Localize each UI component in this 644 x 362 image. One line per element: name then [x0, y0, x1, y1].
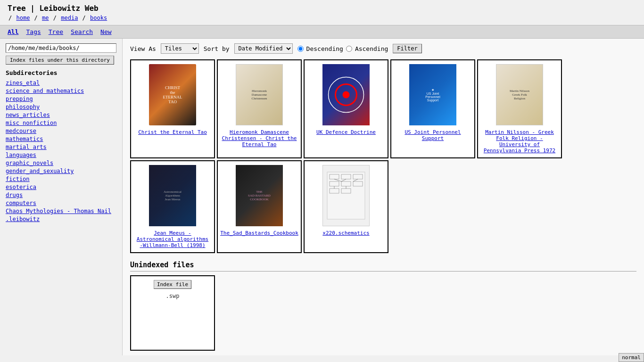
subdir-mathematics[interactable]: mathematics: [6, 136, 43, 142]
sidebar: Index files under this directory Subdire…: [0, 39, 123, 355]
breadcrumb-home[interactable]: home: [16, 15, 30, 21]
list-item: drugs: [6, 191, 116, 198]
subdir-misc[interactable]: misc nonfiction: [6, 120, 57, 126]
descending-label: Descending: [306, 45, 343, 52]
page-title: Tree | Leibowitz Web: [8, 4, 636, 13]
index-file-button[interactable]: Index file: [154, 280, 191, 289]
list-item: prepping: [6, 95, 116, 102]
unindexed-tile: Index file .swp: [130, 275, 215, 351]
breadcrumb-books[interactable]: books: [90, 15, 107, 21]
list-item: languages: [6, 151, 116, 158]
status-bar: normal: [619, 353, 644, 355]
nav-new[interactable]: New: [100, 28, 111, 35]
tile-image: HieromonkDamasceneChristensen: [236, 64, 283, 125]
tile-image: ★US JointPersonnelSupport: [409, 64, 456, 125]
schematic-diagram: [325, 167, 367, 224]
layout: Index files under this directory Subdire…: [0, 39, 644, 355]
ascending-radio[interactable]: [346, 46, 352, 52]
view-as-label: View As: [130, 45, 156, 52]
subdir-leibowitz[interactable]: .leibowitz: [6, 216, 40, 222]
tile-image: [322, 165, 370, 226]
subdir-drugs[interactable]: drugs: [6, 192, 23, 198]
list-item: graphic_novels: [6, 159, 116, 166]
unindexed-heading: Unindexed files: [130, 261, 636, 272]
nav-all[interactable]: All: [8, 28, 18, 35]
nav-search[interactable]: Search: [71, 28, 93, 35]
tile: THESAD BASTARDCOOKBOOK The_Sad_Bastards_…: [217, 160, 302, 253]
sort-order-group: Descending Ascending: [297, 45, 388, 52]
tiles-grid: CHRISTtheETERNALTAO Christ the Eternal T…: [130, 59, 636, 253]
subdir-martial[interactable]: martial arts: [6, 144, 47, 150]
subdir-esoterica[interactable]: esoterica: [6, 184, 36, 190]
status-mode: normal: [622, 354, 641, 355]
view-as-select[interactable]: Tiles List Details: [161, 43, 199, 54]
uk-defence-icon: [325, 66, 367, 123]
list-item: esoterica: [6, 183, 116, 190]
subdir-zines[interactable]: zines_etal: [6, 80, 40, 86]
tile: HieromonkDamasceneChristensen Hieromonk …: [217, 59, 302, 158]
tile-link[interactable]: US Joint Personnel Support: [395, 129, 471, 141]
tile-link[interactable]: UK Defence Doctrine: [316, 129, 376, 135]
tile-image: [322, 64, 370, 125]
filter-button[interactable]: Filter: [393, 44, 421, 53]
tile-link[interactable]: Martin Nilsson - Greek Folk Religion - U…: [482, 129, 557, 154]
sort-by-label: Sort by: [204, 45, 230, 52]
sort-select[interactable]: Date Modified Name Size Type: [234, 43, 293, 54]
list-item: .leibowitz: [6, 215, 116, 222]
subdir-languages[interactable]: languages: [6, 152, 36, 158]
list-item: zines_etal: [6, 79, 116, 86]
list-item: gender_and_sexuality: [6, 167, 116, 174]
tile: Martin NilssonGreek FolkReligion Martin …: [477, 59, 562, 158]
toolbar: View As Tiles List Details Sort by Date …: [130, 43, 636, 54]
subdirectories-heading: Subdirectories: [6, 69, 116, 76]
subdir-gender[interactable]: gender_and_sexuality: [6, 168, 74, 174]
svg-point-2: [343, 91, 350, 99]
subdir-graphic[interactable]: graphic_novels: [6, 160, 53, 166]
tile-image: AstronomicalAlgorithmsJean Meeus: [149, 165, 196, 226]
subdir-philosophy[interactable]: philosophy: [6, 104, 40, 110]
main-content: View As Tiles List Details Sort by Date …: [123, 39, 644, 355]
list-item: mathematics: [6, 135, 116, 142]
tile-link[interactable]: Hieromonk Damascene Christensen - Christ…: [222, 129, 297, 148]
subdir-science[interactable]: science and mathematics: [6, 88, 84, 94]
tile-link[interactable]: Christ the Eternal Tao: [138, 129, 207, 135]
list-item: misc nonfiction: [6, 119, 116, 126]
list-item: Chaos Mythologies - Thomas Nail: [6, 207, 116, 214]
descending-radio[interactable]: [297, 46, 304, 52]
subdirectory-list: zines_etal science and mathematics prepp…: [6, 79, 116, 222]
nav-tree[interactable]: Tree: [49, 28, 63, 35]
nav-bar: All Tags Tree Search New: [0, 25, 644, 39]
breadcrumb-me[interactable]: me: [42, 15, 49, 21]
tile-link[interactable]: The_Sad_Bastards_Cookbook: [220, 230, 298, 236]
breadcrumb: / home / me / media / books: [8, 15, 636, 21]
subdir-news[interactable]: news_articles: [6, 112, 50, 118]
tile-link[interactable]: Jean Meeus - Astronomical algorithms -Wi…: [135, 230, 210, 248]
tile: AstronomicalAlgorithmsJean Meeus Jean Me…: [130, 160, 215, 253]
tile-image: Martin NilssonGreek FolkReligion: [496, 64, 543, 125]
subdir-chaos[interactable]: Chaos Mythologies - Thomas Nail: [6, 208, 111, 214]
tile: CHRISTtheETERNALTAO Christ the Eternal T…: [130, 59, 215, 158]
path-input[interactable]: [6, 43, 116, 53]
header: Tree | Leibowitz Web / home / me / media…: [0, 0, 644, 25]
breadcrumb-media[interactable]: media: [61, 15, 78, 21]
tile: UK Defence Doctrine: [304, 59, 388, 158]
list-item: science and mathematics: [6, 87, 116, 94]
list-item: philosophy: [6, 103, 116, 110]
subdir-prepping[interactable]: prepping: [6, 96, 33, 102]
list-item: medcourse: [6, 127, 116, 134]
swp-file-label: .swp: [166, 293, 180, 299]
tile-link[interactable]: x220.schematics: [322, 230, 369, 236]
breadcrumb-sep: /: [8, 15, 12, 21]
list-item: fiction: [6, 175, 116, 182]
list-item: computers: [6, 199, 116, 206]
tile-image: THESAD BASTARDCOOKBOOK: [236, 165, 283, 226]
ascending-label: Ascending: [355, 45, 388, 52]
tile: x220.schematics: [304, 160, 388, 253]
tile: ★US JointPersonnelSupport US Joint Perso…: [390, 59, 475, 158]
subdir-medcourse[interactable]: medcourse: [6, 128, 36, 134]
subdir-fiction[interactable]: fiction: [6, 176, 30, 182]
subdir-computers[interactable]: computers: [6, 200, 36, 206]
index-button[interactable]: Index files under this directory: [6, 56, 114, 65]
list-item: news_articles: [6, 111, 116, 118]
nav-tags[interactable]: Tags: [26, 28, 41, 35]
